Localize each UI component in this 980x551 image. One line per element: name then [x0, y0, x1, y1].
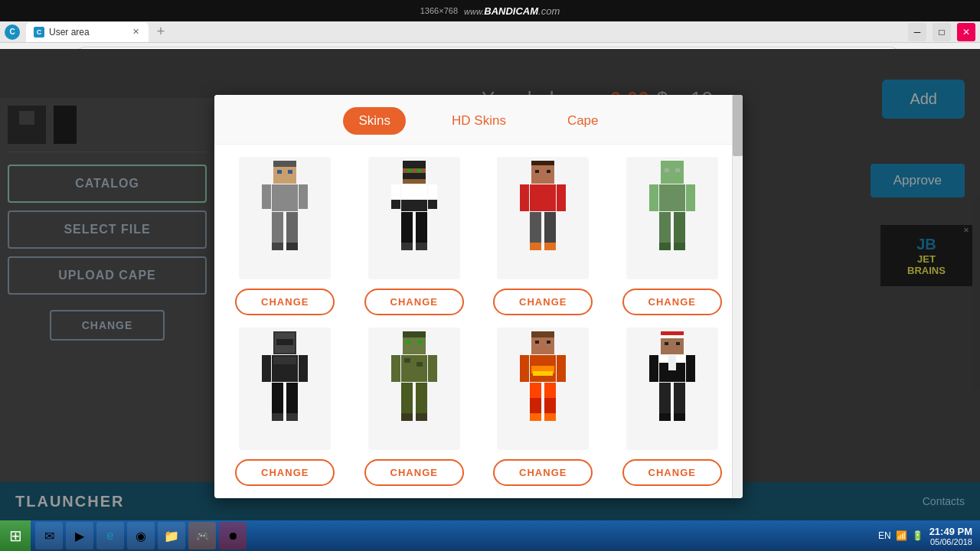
skin-preview-1 [239, 157, 331, 279]
language-indicator: EN [878, 530, 891, 541]
bandicam-bar: 1366×768 www.BANDICAM.com [0, 0, 980, 21]
skin-figure-2 [387, 161, 441, 276]
skin-preview-8 [626, 328, 718, 450]
skin-selector-modal: Skins HD Skins Cape [214, 95, 743, 498]
change-button-6[interactable]: CHANGE [364, 459, 464, 486]
svg-rect-92 [676, 342, 680, 345]
skin-preview-6 [368, 328, 460, 450]
svg-rect-7 [262, 184, 271, 209]
change-button-8[interactable]: CHANGE [622, 459, 722, 486]
close-button[interactable]: ✕ [957, 23, 975, 41]
svg-rect-71 [401, 413, 413, 421]
svg-rect-68 [428, 355, 437, 382]
svg-rect-90 [661, 335, 684, 338]
svg-rect-48 [674, 243, 685, 250]
change-button-5[interactable]: CHANGE [235, 459, 335, 486]
svg-rect-86 [530, 413, 541, 421]
skin-figure-7 [516, 331, 570, 446]
svg-rect-85 [544, 398, 556, 413]
skin-item-2: CHANGE [356, 157, 473, 315]
svg-rect-99 [674, 383, 685, 413]
svg-rect-46 [674, 212, 685, 243]
taskbar-right: EN 📶 🔋 21:49 PM 05/06/2018 [871, 526, 980, 546]
tab-hd-skins[interactable]: HD Skins [436, 107, 521, 135]
svg-rect-25 [416, 212, 427, 243]
battery-icon: 🔋 [912, 530, 923, 541]
taskbar-app-email[interactable]: ✉ [35, 522, 63, 549]
browser-logo: C [5, 24, 20, 40]
taskbar-apps: ✉ ▶ e ◉ 📁 🎮 ⏺ [31, 522, 251, 549]
svg-rect-57 [286, 383, 298, 413]
modal-overlay[interactable]: Skins HD Skins Cape [0, 49, 980, 551]
svg-rect-82 [530, 383, 541, 398]
svg-rect-37 [530, 243, 541, 250]
svg-rect-14 [403, 161, 426, 168]
system-tray: EN 📶 🔋 [878, 530, 923, 541]
modal-tabs: Skins HD Skins Cape [214, 95, 743, 145]
skin-item-1: CHANGE [227, 157, 344, 315]
skin-figure-1 [258, 161, 312, 276]
svg-rect-5 [288, 170, 292, 174]
minimize-button[interactable]: ─ [908, 23, 926, 41]
svg-rect-19 [401, 200, 427, 211]
svg-rect-84 [530, 398, 541, 413]
modal-scroll-area[interactable]: CHANGE [214, 145, 743, 498]
tab-close-button[interactable]: ✕ [131, 27, 141, 37]
svg-rect-23 [428, 200, 437, 209]
taskbar-app-record[interactable]: ⏺ [219, 522, 247, 549]
change-button-1[interactable]: CHANGE [235, 289, 335, 315]
svg-rect-34 [557, 184, 566, 211]
svg-rect-36 [544, 212, 556, 243]
tab-cape[interactable]: Cape [552, 107, 614, 135]
skin-figure-6 [387, 331, 441, 446]
change-button-4[interactable]: CHANGE [622, 289, 722, 315]
scroll-thumb[interactable] [733, 95, 743, 156]
skin-preview-7 [497, 328, 589, 450]
change-button-3[interactable]: CHANGE [493, 289, 593, 315]
svg-rect-4 [277, 170, 282, 174]
svg-rect-66 [416, 362, 423, 367]
svg-rect-44 [686, 184, 695, 211]
taskbar-app-browser-chrome[interactable]: ◉ [127, 522, 155, 549]
clock-time: 21:49 PM [929, 526, 972, 537]
svg-rect-87 [544, 413, 556, 421]
svg-rect-29 [531, 161, 554, 165]
taskbar-app-files[interactable]: 📁 [158, 522, 185, 549]
skin-figure-3 [516, 161, 570, 276]
taskbar-app-game[interactable]: 🎮 [188, 522, 216, 549]
svg-rect-70 [416, 383, 427, 413]
modal-scrollbar[interactable] [732, 95, 743, 498]
svg-rect-63 [418, 341, 422, 344]
skin-preview-2 [368, 157, 460, 279]
svg-rect-11 [272, 243, 283, 250]
svg-rect-8 [299, 184, 308, 209]
new-tab-button[interactable]: + [152, 23, 170, 41]
svg-rect-35 [530, 212, 541, 243]
browser-tab[interactable]: C User area ✕ [26, 22, 149, 42]
svg-rect-30 [535, 170, 539, 173]
change-button-2[interactable]: CHANGE [364, 289, 464, 315]
taskbar-app-browser-ie[interactable]: e [96, 522, 124, 549]
tab-skins[interactable]: Skins [343, 107, 406, 135]
start-button[interactable]: ⊞ [0, 520, 31, 551]
svg-rect-97 [686, 355, 695, 382]
maximize-button[interactable]: □ [933, 23, 951, 41]
change-button-7[interactable]: CHANGE [493, 459, 593, 486]
svg-rect-45 [659, 212, 671, 243]
skin-item-3: CHANGE [485, 157, 602, 315]
svg-rect-81 [557, 355, 566, 382]
svg-rect-83 [544, 383, 556, 398]
svg-rect-18 [401, 184, 427, 200]
svg-rect-17 [417, 169, 421, 172]
svg-rect-38 [544, 243, 556, 250]
svg-rect-21 [391, 200, 400, 209]
skin-item-8: CHANGE [614, 328, 731, 486]
svg-rect-47 [659, 243, 671, 250]
resolution-text: 1366×768 [420, 6, 458, 15]
skin-item-5: CHANGE [227, 328, 344, 486]
signal-icon: 📶 [896, 530, 907, 541]
svg-rect-61 [403, 331, 426, 337]
svg-rect-9 [272, 212, 283, 243]
taskbar-app-media[interactable]: ▶ [66, 522, 93, 549]
svg-rect-95 [668, 355, 676, 370]
